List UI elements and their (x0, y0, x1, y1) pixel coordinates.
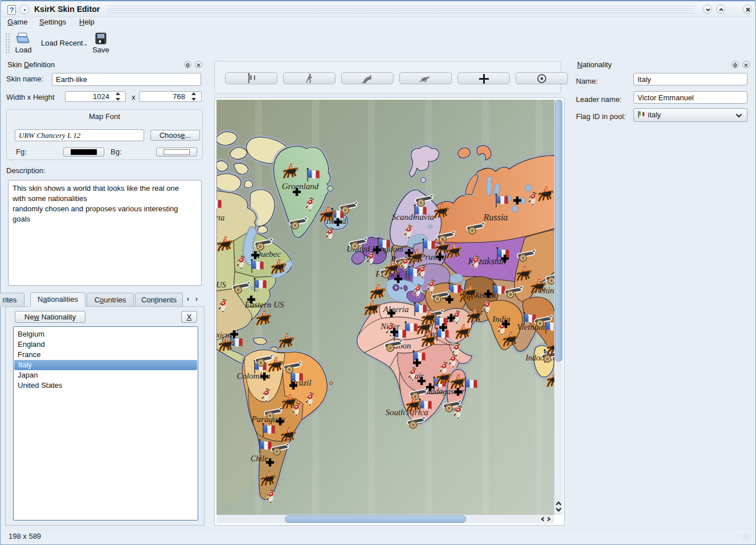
svg-text:Russia: Russia (483, 212, 508, 222)
svg-text:US: US (216, 281, 226, 289)
svg-text:Algeria: Algeria (383, 305, 409, 314)
svg-text:rta: rta (216, 214, 224, 222)
svg-text:India: India (492, 314, 510, 323)
svg-text:Groenland: Groenland (282, 182, 319, 191)
svg-text:Scandinavia: Scandinavia (392, 212, 434, 222)
svg-text:Chile: Chile (251, 454, 268, 463)
